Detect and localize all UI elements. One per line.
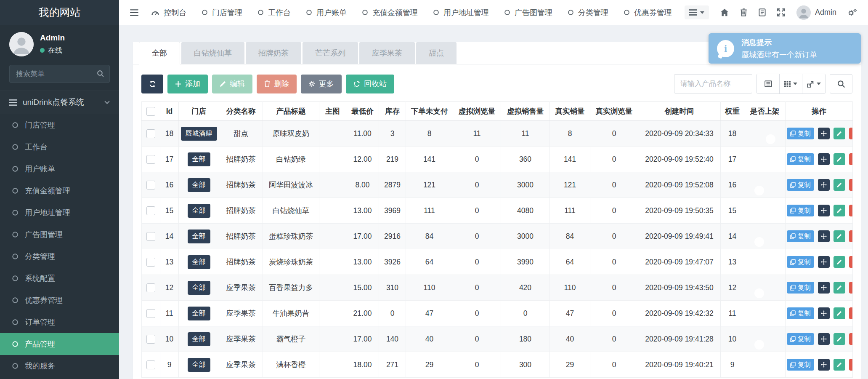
- row-checkbox[interactable]: [146, 181, 155, 190]
- sidebar-item[interactable]: 用户地址管理: [0, 202, 119, 224]
- user-menu[interactable]: Admin: [796, 5, 836, 20]
- sidebar-root-menu[interactable]: uniDrink点餐系统: [0, 91, 119, 114]
- sidebar-item[interactable]: 产品管理: [0, 333, 119, 355]
- product-search-input[interactable]: [674, 74, 752, 93]
- sidebar-item[interactable]: 工作台: [0, 136, 119, 158]
- delete-button[interactable]: [849, 128, 853, 139]
- copy-button[interactable]: 复制: [787, 230, 814, 242]
- edit-button[interactable]: [833, 256, 845, 268]
- edit-button[interactable]: [833, 333, 845, 345]
- nav-item[interactable]: 分类管理: [568, 8, 608, 18]
- copy-button[interactable]: 复制: [787, 333, 814, 345]
- edit-button[interactable]: [833, 230, 845, 242]
- move-button[interactable]: [818, 333, 830, 345]
- copy-button[interactable]: 复制: [787, 179, 814, 191]
- move-button[interactable]: [818, 282, 830, 294]
- tab[interactable]: 应季果茶: [359, 42, 415, 64]
- move-button[interactable]: [818, 128, 830, 139]
- export-button[interactable]: [802, 74, 825, 93]
- layout-menu-button[interactable]: [685, 5, 709, 19]
- row-checkbox[interactable]: [146, 335, 155, 344]
- move-button[interactable]: [818, 256, 830, 268]
- sidebar-item[interactable]: 订单管理: [0, 311, 119, 333]
- edit-button[interactable]: [833, 307, 845, 319]
- home-icon[interactable]: [720, 8, 729, 16]
- sidebar-item[interactable]: 我的服务: [0, 355, 119, 377]
- sidebar-item[interactable]: 广告图管理: [0, 224, 119, 246]
- edit-button[interactable]: 编辑: [212, 75, 252, 93]
- tab[interactable]: 白钻烧仙草: [181, 42, 244, 64]
- row-checkbox[interactable]: [146, 129, 155, 138]
- row-checkbox[interactable]: [146, 283, 155, 292]
- copy-button[interactable]: 复制: [787, 307, 814, 319]
- trash-icon[interactable]: [740, 8, 747, 16]
- tab[interactable]: 全部: [139, 42, 180, 64]
- copy-button[interactable]: 复制: [787, 153, 814, 165]
- edit-button[interactable]: [833, 359, 845, 371]
- delete-button[interactable]: [849, 205, 853, 216]
- copy-button[interactable]: 复制: [787, 128, 814, 139]
- move-button[interactable]: [818, 153, 830, 165]
- delete-button[interactable]: [849, 153, 853, 165]
- tab[interactable]: 甜点: [416, 42, 457, 64]
- message-toast[interactable]: i 消息提示 蜃城酒肆有一个新订单: [709, 33, 861, 64]
- delete-button[interactable]: [849, 256, 853, 268]
- row-checkbox[interactable]: [146, 232, 155, 241]
- sidebar-item[interactable]: 系统配置: [0, 267, 119, 289]
- search-icon[interactable]: [97, 70, 104, 77]
- hamburger-icon[interactable]: [130, 9, 138, 16]
- row-checkbox[interactable]: [146, 206, 155, 215]
- move-button[interactable]: [818, 205, 830, 216]
- nav-item[interactable]: 用户地址管理: [433, 8, 489, 18]
- recycle-bin-button[interactable]: 回收站: [346, 75, 394, 93]
- tab[interactable]: 招牌奶茶: [246, 42, 301, 64]
- delete-button[interactable]: [849, 359, 853, 371]
- sidebar-search-input[interactable]: [9, 65, 110, 83]
- row-checkbox[interactable]: [146, 309, 155, 318]
- fullscreen-icon[interactable]: [777, 8, 785, 16]
- nav-item[interactable]: 广告图管理: [504, 8, 552, 18]
- refresh-button[interactable]: [141, 75, 163, 93]
- detail-view-button[interactable]: [757, 74, 780, 93]
- search-button[interactable]: [830, 74, 852, 93]
- delete-button[interactable]: [849, 179, 853, 191]
- delete-button[interactable]: 删除: [257, 75, 297, 93]
- edit-button[interactable]: [833, 205, 845, 216]
- edit-button[interactable]: [833, 128, 845, 139]
- copy-button[interactable]: 复制: [787, 359, 814, 371]
- delete-button[interactable]: [849, 282, 853, 294]
- nav-item[interactable]: 工作台: [257, 8, 291, 18]
- sidebar-item[interactable]: 分类管理: [0, 246, 119, 267]
- sidebar-item[interactable]: 优惠券管理: [0, 289, 119, 311]
- edit-button[interactable]: [833, 153, 845, 165]
- tab[interactable]: 芒芒系列: [303, 42, 358, 64]
- delete-button[interactable]: [849, 230, 853, 242]
- edit-button[interactable]: [833, 282, 845, 294]
- document-icon[interactable]: [759, 8, 766, 16]
- settings-gears-icon[interactable]: [848, 8, 857, 16]
- delete-button[interactable]: [849, 307, 853, 319]
- copy-button[interactable]: 复制: [787, 282, 814, 294]
- sidebar-item[interactable]: 用户账单: [0, 158, 119, 180]
- move-button[interactable]: [818, 179, 830, 191]
- row-checkbox[interactable]: [146, 258, 155, 267]
- sidebar-item[interactable]: 充值金额管理: [0, 180, 119, 202]
- delete-button[interactable]: [849, 333, 853, 345]
- select-all-checkbox[interactable]: [146, 107, 155, 116]
- row-checkbox[interactable]: [146, 360, 155, 369]
- columns-button[interactable]: [780, 74, 802, 93]
- nav-item[interactable]: 门店管理: [202, 8, 242, 18]
- nav-item[interactable]: 优惠券管理: [624, 8, 672, 18]
- add-button[interactable]: 添加: [167, 75, 208, 93]
- nav-item[interactable]: 控制台: [151, 8, 186, 18]
- sidebar-item[interactable]: 门店管理: [0, 114, 119, 136]
- copy-button[interactable]: 复制: [787, 256, 814, 268]
- move-button[interactable]: [818, 307, 830, 319]
- move-button[interactable]: [818, 359, 830, 371]
- row-checkbox[interactable]: [146, 155, 155, 164]
- move-button[interactable]: [818, 230, 830, 242]
- copy-button[interactable]: 复制: [787, 205, 814, 216]
- nav-item[interactable]: 用户账单: [306, 8, 347, 18]
- more-button[interactable]: 更多: [301, 75, 342, 93]
- edit-button[interactable]: [833, 179, 845, 191]
